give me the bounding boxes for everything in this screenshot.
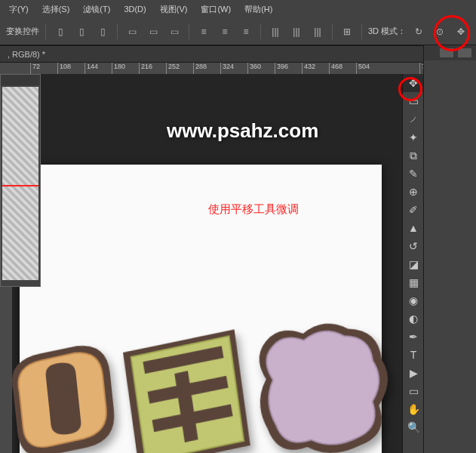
workspace: www.psahz.com 使用平移工具微调: [0, 74, 402, 453]
separator: [189, 24, 189, 39]
ruler-tick: 180: [112, 63, 125, 74]
separator: [117, 24, 118, 39]
align-left-icon[interactable]: ▯: [52, 23, 69, 40]
ruler-tick: 432: [302, 63, 315, 74]
navigator-viewbox: [2, 185, 38, 186]
ruler-tick: 252: [166, 63, 180, 74]
distribute-right-icon[interactable]: |||: [309, 23, 326, 40]
tab-bar: , RGB/8) *: [0, 45, 476, 62]
eyedropper-tool[interactable]: ✎: [403, 165, 424, 183]
healing-tool[interactable]: ⊕: [403, 183, 424, 201]
ruler-tick: 396: [275, 63, 288, 74]
separator: [45, 24, 46, 39]
gradient-tool[interactable]: ▦: [403, 273, 424, 291]
path-select-tool[interactable]: ▶: [403, 364, 424, 382]
canvas-artboard: 使用平移工具微调: [20, 165, 382, 453]
menu-select[interactable]: 选择(S): [36, 2, 76, 17]
marquee-tool[interactable]: ▭: [403, 92, 424, 110]
align-top-icon[interactable]: ▭: [124, 23, 140, 40]
ruler-tick: 288: [193, 63, 207, 74]
menu-bar: 字(Y) 选择(S) 滤镜(T) 3D(D) 视图(V) 窗口(W) 帮助(H): [0, 0, 476, 18]
align-bottom-icon[interactable]: ▭: [166, 23, 183, 40]
3d-text-artwork: [12, 293, 402, 453]
maximize-button[interactable]: [458, 48, 471, 57]
menu-type[interactable]: 字(Y): [3, 2, 35, 17]
move-tool[interactable]: ✥: [403, 74, 424, 92]
pen-tool[interactable]: ✒: [403, 328, 424, 346]
watermark-text: www.psahz.com: [167, 119, 318, 143]
distribute-left-icon[interactable]: |||: [267, 23, 284, 40]
separator: [361, 24, 362, 39]
3d-orbit-icon[interactable]: ↻: [410, 23, 427, 40]
3d-roll-icon[interactable]: ⊙: [431, 23, 448, 40]
ruler-tick: 360: [247, 63, 261, 74]
brush-tool[interactable]: ✐: [403, 201, 424, 219]
align-right-icon[interactable]: ▯: [94, 23, 111, 40]
stamp-tool[interactable]: ▲: [403, 219, 424, 237]
hint-text: 使用平移工具微调: [208, 202, 299, 217]
ruler-tick: 468: [329, 63, 342, 74]
dodge-tool[interactable]: ◐: [403, 310, 424, 328]
document-tab[interactable]: , RGB/8) *: [0, 48, 53, 60]
window-controls: [424, 45, 476, 60]
align-center-h-icon[interactable]: ▯: [73, 23, 90, 40]
history-brush-tool[interactable]: ↺: [403, 237, 424, 255]
distribute-h-icon[interactable]: |||: [288, 23, 305, 40]
menu-window[interactable]: 窗口(W): [195, 2, 237, 17]
options-bar: 变换控件 ▯ ▯ ▯ ▭ ▭ ▭ ≡ ≡ ≡ ||| ||| ||| ⊞ 3D …: [0, 18, 476, 45]
type-tool[interactable]: T: [403, 346, 424, 364]
crop-tool[interactable]: ⧉: [403, 146, 424, 165]
ruler-tick: 72: [30, 63, 40, 74]
menu-help[interactable]: 帮助(H): [238, 2, 278, 17]
panel-dock: [423, 45, 476, 453]
shape-tool[interactable]: ▭: [403, 382, 424, 400]
navigator-thumbnail[interactable]: [2, 87, 38, 280]
ruler-tick: 324: [220, 63, 234, 74]
magic-wand-tool[interactable]: ✦: [403, 128, 424, 146]
3d-pan-icon[interactable]: ✥: [453, 23, 469, 40]
ruler-tick: 144: [84, 63, 98, 74]
distribute-bottom-icon[interactable]: ≡: [238, 23, 254, 40]
hand-tool[interactable]: ✋: [403, 400, 424, 418]
menu-view[interactable]: 视图(V): [154, 2, 194, 17]
zoom-tool[interactable]: 🔍: [403, 418, 424, 436]
ruler-tick: 504: [356, 63, 370, 74]
canvas-view[interactable]: www.psahz.com 使用平移工具微调: [12, 74, 402, 453]
auto-align-icon[interactable]: ⊞: [339, 23, 355, 40]
align-middle-icon[interactable]: ▭: [145, 23, 161, 40]
separator: [332, 24, 333, 39]
distribute-v-icon[interactable]: ≡: [217, 23, 233, 40]
ruler-horizontal: 72 108 144 180 216 252 288 324 360 396 4…: [0, 62, 476, 74]
tools-panel: ✥ ▭ ⟋ ✦ ⧉ ✎ ⊕ ✐ ▲ ↺ ◪ ▦ ◉ ◐ ✒ T ▶ ▭ ✋ 🔍: [402, 74, 423, 453]
3d-mode-label: 3D 模式：: [368, 26, 406, 37]
separator: [260, 24, 261, 39]
eraser-tool[interactable]: ◪: [403, 255, 424, 273]
minimize-button[interactable]: [440, 48, 453, 57]
navigator-header[interactable]: [1, 75, 40, 85]
ruler-tick: 108: [57, 63, 71, 74]
blur-tool[interactable]: ◉: [403, 291, 424, 310]
lasso-tool[interactable]: ⟋: [403, 110, 424, 128]
navigator-panel[interactable]: [0, 74, 41, 287]
menu-3d[interactable]: 3D(D): [118, 3, 152, 15]
menu-filter[interactable]: 滤镜(T): [77, 2, 116, 17]
transform-controls-label: 变换控件: [6, 26, 39, 37]
distribute-top-icon[interactable]: ≡: [195, 23, 212, 40]
ruler-tick: 216: [139, 63, 152, 74]
